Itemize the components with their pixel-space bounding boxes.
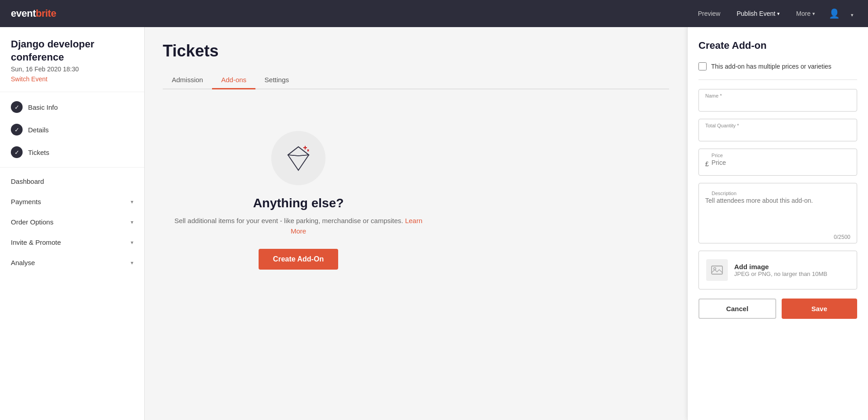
quantity-input[interactable]	[699, 128, 857, 141]
multiple-prices-label[interactable]: This add-on has multiple prices or varie…	[711, 63, 831, 70]
panel-actions: Cancel Save	[698, 299, 857, 319]
multiple-prices-row: This add-on has multiple prices or varie…	[698, 62, 857, 80]
description-count: 0/2500	[705, 234, 850, 243]
top-navigation: eventbrite Preview Publish Event ▾ More …	[0, 0, 868, 27]
price-input[interactable]	[712, 158, 850, 171]
quantity-field-group: Total Quantity *	[698, 119, 857, 141]
tickets-tabs: Admission Add-ons Settings	[163, 71, 669, 89]
logo[interactable]: eventbrite	[11, 8, 692, 19]
payments-expand-icon: ▾	[131, 199, 133, 205]
invite-promote-expand-icon: ▾	[131, 239, 133, 246]
svg-line-2	[288, 155, 298, 156]
account-chevron-icon: ▾	[851, 12, 854, 18]
tab-admission[interactable]: Admission	[163, 71, 212, 89]
sidebar-item-analyse[interactable]: Analyse ▾	[0, 252, 144, 273]
image-upload-info: Add image JPEG or PNG, no larger than 10…	[734, 263, 827, 277]
name-input[interactable]	[699, 98, 857, 111]
sidebar-item-details[interactable]: ✓ Details	[0, 118, 144, 141]
description-textarea[interactable]	[705, 196, 850, 232]
publish-event-button[interactable]: Publish Event ▾	[730, 6, 786, 21]
description-field-group: Description 0/2500	[698, 183, 857, 243]
empty-state: Anything else? Sell additional items for…	[163, 104, 434, 297]
sidebar-item-order-options[interactable]: Order Options ▾	[0, 212, 144, 232]
svg-marker-0	[288, 147, 309, 170]
description-float-label: Description	[705, 187, 850, 196]
sidebar-item-payments[interactable]: Payments ▾	[0, 191, 144, 212]
multiple-prices-checkbox[interactable]	[698, 62, 707, 70]
publish-label: Publish Event	[736, 10, 775, 17]
diamond-illustration	[271, 131, 326, 185]
sidebar: Django developer conference Sun, 16 Feb …	[0, 27, 145, 420]
quantity-input-wrapper: Total Quantity *	[698, 119, 857, 141]
more-label: More	[796, 10, 811, 17]
details-check-icon: ✓	[11, 124, 23, 135]
user-icon: 👤	[829, 9, 840, 19]
create-addon-panel: Create Add-on This add-on has multiple p…	[687, 27, 868, 420]
user-account-button[interactable]: 👤	[825, 5, 844, 23]
description-input-wrapper: Description 0/2500	[698, 183, 857, 243]
cancel-button[interactable]: Cancel	[698, 299, 776, 319]
image-placeholder-icon	[706, 259, 728, 281]
svg-line-3	[298, 155, 309, 156]
event-date: Sun, 16 Feb 2020 18:30	[0, 65, 144, 75]
sidebar-item-dashboard[interactable]: Dashboard	[0, 171, 144, 191]
image-upload-box[interactable]: Add image JPEG or PNG, no larger than 10…	[698, 251, 857, 289]
price-field-group: £ Price	[698, 149, 857, 176]
tab-add-ons[interactable]: Add-ons	[212, 71, 255, 89]
invite-promote-label: Invite & Promote	[11, 238, 61, 246]
event-title: Django developer conference	[0, 38, 144, 65]
account-expand-button[interactable]: ▾	[847, 5, 857, 23]
main-content: Tickets Admission Add-ons Settings	[145, 27, 687, 420]
empty-state-description: Sell additional items for your event - l…	[172, 216, 425, 236]
currency-symbol: £	[705, 156, 709, 168]
quantity-float-label: Total Quantity *	[699, 119, 857, 128]
basic-info-label: Basic Info	[28, 103, 58, 111]
panel-title: Create Add-on	[698, 40, 857, 51]
switch-event-link[interactable]: Switch Event	[0, 75, 144, 92]
preview-button[interactable]: Preview	[692, 6, 727, 21]
sidebar-item-invite-promote[interactable]: Invite & Promote ▾	[0, 232, 144, 252]
more-button[interactable]: More ▾	[790, 6, 821, 21]
tickets-check-icon: ✓	[11, 146, 23, 158]
name-field-group: Name *	[698, 89, 857, 112]
name-float-label: Name *	[699, 89, 857, 98]
order-options-expand-icon: ▾	[131, 219, 133, 225]
svg-rect-8	[712, 266, 722, 274]
page-title: Tickets	[163, 42, 669, 61]
publish-chevron-icon: ▾	[777, 11, 780, 17]
more-chevron-icon: ▾	[812, 11, 815, 17]
image-upload-title: Add image	[734, 263, 827, 271]
create-add-on-button[interactable]: Create Add-On	[259, 249, 338, 270]
tickets-label: Tickets	[28, 149, 49, 156]
save-button[interactable]: Save	[782, 299, 858, 319]
nav-actions: Preview Publish Event ▾ More ▾ 👤 ▾	[692, 5, 857, 23]
name-input-wrapper: Name *	[698, 89, 857, 112]
sidebar-item-tickets[interactable]: ✓ Tickets	[0, 141, 144, 163]
order-options-label: Order Options	[11, 218, 53, 226]
analyse-expand-icon: ▾	[131, 260, 133, 266]
page-layout: Django developer conference Sun, 16 Feb …	[0, 27, 868, 420]
analyse-label: Analyse	[11, 259, 35, 266]
empty-state-title: Anything else?	[253, 196, 344, 210]
payments-label: Payments	[11, 198, 41, 205]
basic-info-check-icon: ✓	[11, 101, 23, 113]
price-float-label: Price	[712, 153, 850, 158]
sidebar-divider-2	[0, 167, 144, 168]
price-input-wrapper: £ Price	[698, 149, 857, 176]
tab-settings[interactable]: Settings	[255, 71, 298, 89]
dashboard-label: Dashboard	[11, 177, 44, 185]
sidebar-item-basic-info[interactable]: ✓ Basic Info	[0, 96, 144, 118]
details-label: Details	[28, 126, 49, 134]
image-upload-subtitle: JPEG or PNG, no larger than 10MB	[734, 271, 827, 277]
price-inner: Price	[712, 153, 850, 171]
sidebar-divider	[0, 92, 144, 92]
